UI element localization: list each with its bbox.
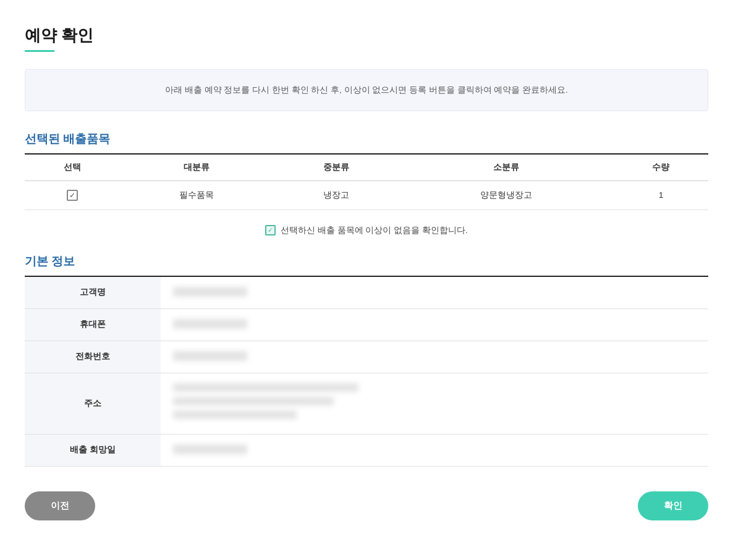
title-underline — [25, 50, 54, 52]
confirm-button[interactable]: 확인 — [638, 491, 708, 520]
row-cat1: 필수품목 — [119, 180, 274, 210]
label-date: 배출 회망일 — [25, 434, 161, 466]
col-header-select: 선택 — [25, 154, 119, 181]
table-row: ✓ 필수품목 냉장고 양문형냉장고 1 — [25, 180, 708, 210]
label-address: 주소 — [25, 373, 161, 434]
confirm-checkbox[interactable]: ✓ — [265, 225, 276, 235]
value-phone — [161, 341, 708, 373]
row-checkbox[interactable]: ✓ — [30, 190, 114, 201]
info-row-mobile: 휴대폰 — [25, 308, 708, 341]
row-cat3: 양문형냉장고 — [399, 180, 614, 210]
confirm-check-row: ✓ 선택하신 배출 품목에 이상이 없음을 확인합니다. — [25, 219, 708, 246]
row-qty: 1 — [614, 180, 708, 210]
info-row-address: 주소 — [25, 373, 708, 434]
info-row-phone: 전화번호 — [25, 341, 708, 373]
info-banner: 아래 배출 예약 정보를 다시 한번 확인 하신 후, 이상이 없으시면 등록 … — [25, 69, 708, 111]
value-mobile — [161, 308, 708, 341]
col-header-cat1: 대분류 — [119, 154, 274, 181]
items-section-title: 선택된 배출품목 — [25, 131, 708, 147]
col-header-qty: 수량 — [614, 154, 708, 181]
value-address — [161, 373, 708, 434]
col-header-cat2: 중분류 — [274, 154, 399, 181]
info-row-name: 고객명 — [25, 277, 708, 309]
row-cat2: 냉장고 — [274, 180, 399, 210]
info-table: 고객명 휴대폰 전화번호 주소 배출 회망일 — [25, 277, 708, 467]
col-header-cat3: 소분류 — [399, 154, 614, 181]
basic-info-title: 기본 정보 — [25, 253, 708, 269]
prev-button[interactable]: 이전 — [25, 491, 95, 520]
confirm-check-label: 선택하신 배출 품목에 이상이 없음을 확인합니다. — [281, 225, 468, 236]
value-customer-name — [161, 277, 708, 309]
page-title: 예약 확인 — [25, 25, 708, 46]
label-phone: 전화번호 — [25, 341, 161, 373]
items-table: 선택 대분류 중분류 소분류 수량 ✓ 필수품목 냉장고 양문형냉장고 1 — [25, 153, 708, 210]
footer-buttons: 이전 확인 — [25, 491, 708, 520]
label-mobile: 휴대폰 — [25, 308, 161, 341]
banner-text: 아래 배출 예약 정보를 다시 한번 확인 하신 후, 이상이 없으시면 등록 … — [165, 85, 568, 95]
value-date — [161, 434, 708, 466]
info-row-date: 배출 회망일 — [25, 434, 708, 466]
label-customer-name: 고객명 — [25, 277, 161, 309]
